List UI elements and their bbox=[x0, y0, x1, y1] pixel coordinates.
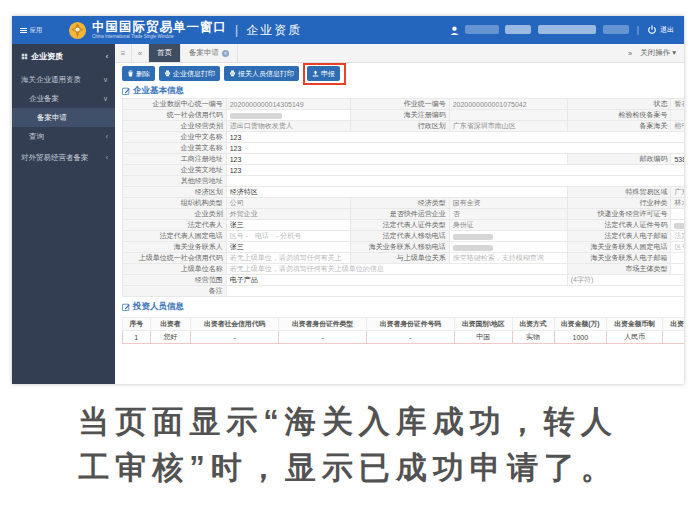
investor-column-header: 出资金额币制 bbox=[607, 318, 663, 331]
form-value[interactable]: 若无上级单位，请勿填写任何有关上 bbox=[226, 253, 351, 264]
investor-cell: 实物 bbox=[512, 331, 554, 344]
form-value[interactable]: 张三 bbox=[226, 242, 351, 253]
logout-button[interactable]: 退出 bbox=[647, 25, 674, 35]
investor-cell: - bbox=[367, 331, 455, 344]
upload-icon bbox=[312, 70, 319, 77]
redacted-value-block bbox=[230, 113, 282, 119]
form-label: 法定代表人证件类型 bbox=[351, 220, 449, 231]
企业信息打印-button[interactable]: 企业信息打印 bbox=[159, 66, 220, 81]
form-label: 企业英文地址 bbox=[123, 165, 227, 176]
sidebar-item-企业备案[interactable]: 企业备案∨ bbox=[12, 89, 115, 108]
sidebar-item-备案申请[interactable]: 备案申请 bbox=[12, 108, 115, 127]
form-label: 经济区划 bbox=[123, 187, 227, 198]
form-label: 备案海关 bbox=[567, 121, 671, 132]
报关人员信息打印-button[interactable]: 报关人员信息打印 bbox=[224, 66, 299, 81]
form-value[interactable]: 张三 bbox=[226, 220, 351, 231]
form-value[interactable]: 123 bbox=[226, 154, 567, 165]
form-value[interactable]: 区号 - 电话 - 分机号 bbox=[226, 231, 351, 242]
form-row: 统一社会信用代码海关注册编码检验检疫备案号 bbox=[123, 110, 685, 121]
user-icon bbox=[449, 25, 460, 36]
form-row: 企业经营类别进出口货物收发货人行政区划广东省深圳市南山区备案海关榕中海关 bbox=[123, 121, 685, 132]
form-value[interactable]: 法定代表人/负责人电子邮箱 bbox=[671, 231, 684, 242]
apps-menu-button[interactable]: 应用 bbox=[20, 26, 60, 35]
form-label: 企业英文名称 bbox=[123, 143, 227, 154]
form-row: 上级单位名称若无上级单位，请勿填写任何有关上级单位的信息市场主体类型 bbox=[123, 264, 685, 275]
form-row: 企业英文地址123 bbox=[123, 165, 685, 176]
sidebar-item-企业资质[interactable]: 企业资质‹ bbox=[12, 46, 115, 68]
form-value[interactable] bbox=[226, 286, 684, 297]
form-label: 与上级单位关系 bbox=[351, 253, 449, 264]
form-value[interactable]: 按空格键检索，支持模糊查询 bbox=[449, 253, 567, 264]
redacted-value-block bbox=[453, 245, 493, 251]
module-title: 企业资质 bbox=[246, 22, 302, 39]
table-row[interactable]: 1您好---中国实物1000人民币-2021-04-09 bbox=[123, 331, 685, 344]
form-label: 经济类型 bbox=[351, 198, 449, 209]
form-row: 企业类别外贸企业是否快件运营企业否快递业务经营许可证号 bbox=[123, 209, 685, 220]
tabbar-expand-right-icon[interactable]: » bbox=[628, 49, 632, 58]
form-value[interactable]: 538000 bbox=[671, 154, 684, 165]
form-value: 暂存 bbox=[671, 99, 684, 110]
toolbar: 删除企业信息打印报关人员信息打印申报 bbox=[115, 63, 684, 84]
main-content: ≡ « 首页备案申请× » 关闭操作 ▾ 删除企业信息打印报关人员信息打印申报 bbox=[115, 44, 684, 384]
investor-table-body: 1您好---中国实物1000人民币-2021-04-09 bbox=[123, 331, 685, 344]
form-value: 林木育种 bbox=[671, 198, 684, 209]
investor-cell: - bbox=[663, 331, 684, 344]
tabbar-hamburger-icon[interactable]: ≡ bbox=[115, 44, 132, 62]
申报-button[interactable]: 申报 bbox=[307, 66, 340, 81]
form-label: 备注 bbox=[123, 286, 227, 297]
sidebar-item-海关企业通用资质[interactable]: 海关企业通用资质∨ bbox=[12, 70, 115, 89]
sidebar-item-对外贸易经营者备案[interactable]: 对外贸易经营者备案‹ bbox=[12, 148, 115, 167]
trash-icon bbox=[127, 70, 134, 77]
form-value[interactable]: 若无上级单位，请勿填写任何有关上级单位的信息 bbox=[226, 264, 567, 275]
form-value[interactable]: 区号 - 电话 - 分机号 bbox=[671, 242, 684, 253]
section-investor-label: 投资人员信息 bbox=[133, 301, 184, 313]
button-label: 申报 bbox=[321, 69, 335, 79]
form-value[interactable]: 123 bbox=[226, 165, 684, 176]
form-label: 海关业务联系人 bbox=[123, 242, 227, 253]
form-value[interactable]: 经济特区 bbox=[226, 187, 567, 198]
caption-text: 当页面显示“海关入库成功，转人 工审核”时，显示已成功申请了。 bbox=[0, 399, 696, 491]
investor-column-header: 出资者身份证件号码 bbox=[367, 318, 455, 331]
printer-icon bbox=[229, 70, 236, 77]
tab-首页[interactable]: 首页 bbox=[149, 44, 181, 62]
investor-table-head: 序号出资者出资者社会信用代码出资者身份证件类型出资者身份证件号码出资国别\地区出… bbox=[123, 318, 685, 331]
form-value[interactable]: 123 bbox=[226, 143, 684, 154]
form-row: 经营范围电子产品(4字符)− bbox=[123, 275, 685, 286]
close-operations-dropdown[interactable]: 关闭操作 ▾ bbox=[640, 48, 676, 58]
chevron-left-icon: ‹ bbox=[106, 127, 108, 146]
form-value[interactable]: 123 bbox=[226, 132, 684, 143]
form-label: 市场主体类型 bbox=[567, 264, 671, 275]
tab-备案申请[interactable]: 备案申请× bbox=[181, 44, 238, 62]
button-label: 删除 bbox=[136, 69, 150, 79]
form-value[interactable] bbox=[671, 264, 684, 275]
investor-cell: 中国 bbox=[454, 331, 512, 344]
form-row: 企业中文名称123 bbox=[123, 132, 685, 143]
form-value[interactable]: (4字符)− bbox=[567, 275, 684, 286]
sidebar-item-查询[interactable]: 查询‹ bbox=[12, 127, 115, 146]
form-label: 法定代表人移动电话 bbox=[351, 231, 449, 242]
form-row: 企业英文名称123 bbox=[123, 143, 685, 154]
sidebar-item-label: 企业资质 bbox=[31, 52, 63, 61]
form-label: 其他经营地址 bbox=[123, 176, 227, 187]
form-value[interactable] bbox=[671, 253, 684, 264]
form-value bbox=[671, 220, 684, 231]
brand-emblem-icon bbox=[68, 21, 87, 40]
investor-header-row: 序号出资者出资者社会信用代码出资者身份证件类型出资者身份证件号码出资国别\地区出… bbox=[123, 318, 685, 331]
form-label: 邮政编码 bbox=[567, 154, 671, 165]
form-value: 2020000000014305149 bbox=[226, 99, 351, 110]
form-row: 海关业务联系人张三海关业务联系人移动电话海关业务联系人固定电话区号 - 电话 -… bbox=[123, 242, 685, 253]
redacted-username-blocks bbox=[465, 25, 629, 35]
sidebar-item-label: 查询 bbox=[29, 132, 44, 141]
form-label: 企业经营类别 bbox=[123, 121, 227, 132]
form-value[interactable]: 电子产品 bbox=[226, 275, 567, 286]
form-label: 特殊贸易区域 bbox=[567, 187, 671, 198]
form-value[interactable] bbox=[671, 209, 684, 220]
tab-close-icon[interactable]: × bbox=[222, 50, 229, 57]
form-label: 工商注册地址 bbox=[123, 154, 227, 165]
form-label: 海关注册编码 bbox=[351, 110, 449, 121]
chevron-down-icon: ∨ bbox=[103, 89, 108, 108]
header-divider: | bbox=[235, 23, 238, 37]
form-value[interactable] bbox=[226, 176, 684, 187]
删除-button[interactable]: 删除 bbox=[122, 66, 155, 81]
tabbar-collapse-left-icon[interactable]: « bbox=[132, 44, 149, 62]
